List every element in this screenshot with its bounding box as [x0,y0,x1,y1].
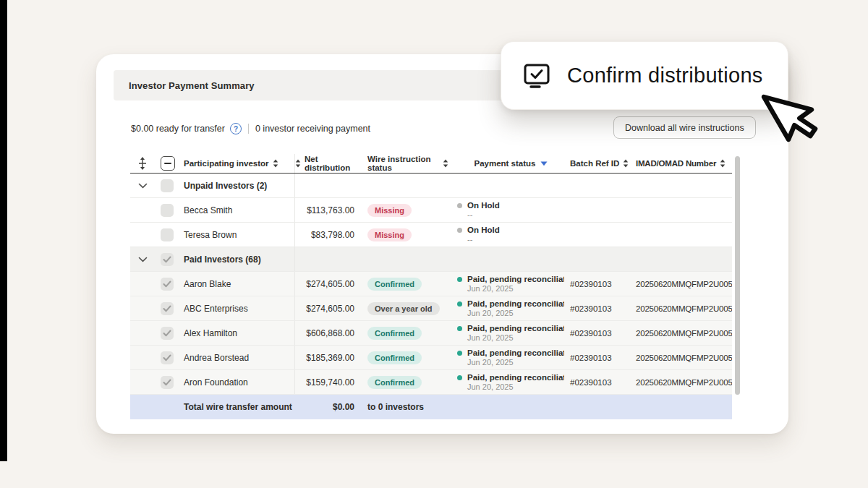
investor-name: Aaron Blake [181,272,294,296]
investor-name: Alex Hamilton [181,321,294,345]
payment-status-sub: -- [467,235,472,244]
column-header-net[interactable]: Net distribution [294,154,360,173]
column-header-imad[interactable]: IMAD/OMAD Number [629,154,732,173]
payment-status: Paid, pending reconciliation Jun 20, 202… [448,296,564,320]
total-note: to 0 investors [360,395,448,419]
investor-name: Becca Smith [181,198,294,222]
table-row[interactable]: ABC Enterprises $274,605.00 Over a year … [130,296,732,321]
check-icon [163,330,171,337]
payment-status: On Hold -- [448,223,564,247]
sort-icon[interactable] [623,159,629,168]
row-checkbox[interactable] [161,228,174,241]
net-distribution: $274,605.00 [294,296,360,320]
status-dot-icon [457,351,462,356]
table-row[interactable]: Alex Hamilton $606,868.00 Confirmed Paid… [130,321,732,346]
total-amount: $0.00 [294,395,360,419]
chevron-down-icon[interactable] [138,257,148,262]
column-header-batch[interactable]: Batch Ref ID [564,154,629,173]
net-distribution: $606,868.00 [294,321,360,345]
table-row[interactable]: Teresa Brown $83,798.00 Missing On Hold … [130,223,732,247]
payment-status-sub: Jun 20, 2025 [467,284,514,293]
batch-ref-id: #02390103 [564,321,629,345]
payment-status: Paid, pending reconciliation Jun 20, 202… [448,321,564,345]
table-row[interactable]: Aaron Blake $274,605.00 Confirmed Paid, … [130,272,732,296]
check-icon [163,305,171,312]
table-row[interactable]: Aron Foundation $159,740.00 Confirmed Pa… [130,370,732,395]
table-row[interactable]: Andrea Borstead $185,369.00 Confirmed Pa… [130,346,732,370]
imad-omad-number: 20250620MMQFMP2U00550 [629,272,732,296]
payment-status-sub: Jun 20, 2025 [467,333,514,342]
investor-name: Teresa Brown [181,223,294,247]
group-label: Paid Investors (68) [181,247,294,271]
receiving-payment-text: 0 investor receiving payment [255,124,370,134]
batch-ref-id [564,223,629,247]
total-label: Total wire transfer amount [181,395,294,419]
imad-omad-number [629,198,732,222]
table-row[interactable]: Becca Smith $113,763.00 Missing On Hold … [130,198,732,223]
imad-omad-number: 20250620MMQFMP2U00562 [629,321,732,345]
row-checkbox[interactable] [161,351,174,364]
sort-icon[interactable] [273,159,278,168]
sort-icon[interactable] [720,159,726,168]
check-icon [163,354,171,361]
wire-status-badge: Confirmed [367,278,422,291]
download-all-wire-instructions-button[interactable]: Download all wire instructions [613,116,756,139]
investor-payment-summary-card: Investor Payment Summary $0.00 ready for… [96,54,788,434]
row-checkbox[interactable] [161,253,174,266]
chevron-down-icon[interactable] [138,183,148,189]
batch-ref-id [564,198,629,222]
left-edge-bar [0,0,7,461]
status-dot-icon [457,228,462,233]
investor-name: Andrea Borstead [181,346,294,369]
indeterminate-checkbox[interactable] [161,156,175,171]
payment-status-sub: Jun 20, 2025 [467,358,514,367]
check-icon [163,256,171,263]
batch-ref-id: #02390103 [564,296,629,320]
wire-status-badge: Confirmed [367,351,422,364]
investor-table: Participating investor Net distribution … [130,154,732,419]
net-distribution: $185,369.00 [294,346,360,369]
payment-status: Paid, pending reconciliation Jun 20, 202… [448,272,564,296]
row-checkbox[interactable] [161,278,174,291]
status-dot-icon [457,326,462,331]
row-checkbox[interactable] [161,204,174,217]
column-header-wire[interactable]: Wire instruction status [360,154,448,173]
sort-icon[interactable] [295,159,301,168]
wire-status-badge: Confirmed [367,376,422,389]
payment-status-sub: Jun 20, 2025 [467,382,514,391]
status-dot-icon [457,301,462,307]
imad-omad-number [629,223,732,247]
batch-ref-id: #02390103 [564,370,629,394]
total-row: Total wire transfer amount $0.00 to 0 in… [130,395,732,419]
imad-omad-number: 20250620MMQFMP2U00551 [629,296,732,320]
row-checkbox[interactable] [161,376,174,389]
column-header-investor[interactable]: Participating investor [181,154,294,173]
help-icon[interactable]: ? [230,123,242,134]
group-row[interactable]: Unpaid Investors (2) [130,174,732,198]
group-label: Unpaid Investors (2) [181,174,294,197]
group-row[interactable]: Paid Investors (68) [130,247,732,272]
wire-status-badge: Missing [367,204,412,217]
select-all-checkbox[interactable] [155,154,181,173]
investor-name: Aron Foundation [181,370,294,394]
row-checkbox[interactable] [161,179,174,192]
confirm-distributions-callout[interactable]: Confirm distributions [501,41,788,110]
payment-status-sub: Jun 20, 2025 [467,309,514,317]
check-icon [163,281,171,288]
check-icon [163,379,171,386]
vertical-scrollbar[interactable] [735,156,740,395]
column-header-expander[interactable] [130,154,155,173]
row-height-icon[interactable] [137,157,148,170]
payment-status-sub: -- [467,210,472,219]
batch-ref-id: #02390103 [564,272,629,296]
column-header-payment[interactable]: Payment status [448,154,564,173]
row-checkbox[interactable] [161,327,174,340]
filter-icon[interactable] [540,161,548,166]
row-checkbox[interactable] [161,302,174,315]
net-distribution: $274,605.00 [294,272,360,296]
wire-status-badge: Confirmed [367,327,422,340]
sort-icon[interactable] [443,159,448,168]
batch-ref-id: #02390103 [564,346,629,369]
imad-omad-number: 20250620MMQFMP2U00573 [629,370,732,394]
callout-label: Confirm distributions [567,64,763,87]
